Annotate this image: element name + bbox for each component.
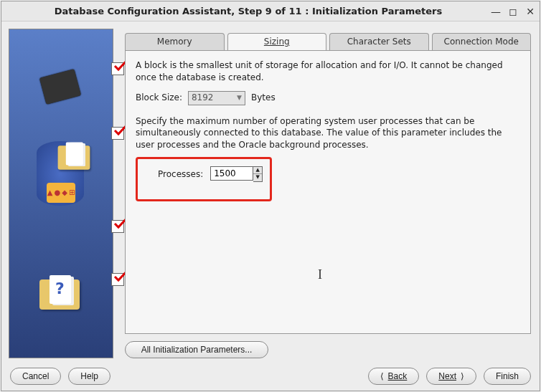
tab-sizing[interactable]: Sizing [227, 33, 327, 50]
tab-memory[interactable]: Memory [125, 33, 225, 50]
tab-connection-mode[interactable]: Connection Mode [432, 33, 532, 50]
titlebar: Database Configuration Assistant, Step 9… [1, 1, 540, 21]
spinner-down-icon[interactable]: ▼ [253, 174, 262, 181]
window-controls: — ◻ ✕ [491, 6, 535, 17]
text-cursor-icon: I [318, 266, 322, 284]
cancel-button[interactable]: Cancel [10, 368, 61, 385]
footer-buttons: Cancel Help ⟨Back Next⟩ Finish [10, 368, 531, 385]
tab-character-sets[interactable]: Character Sets [329, 33, 429, 50]
sidebar-check-1 [111, 62, 124, 75]
chevron-down-icon: ▼ [237, 93, 242, 102]
window-title: Database Configuration Assistant, Step 9… [6, 6, 491, 16]
tabs-row: Memory Sizing Character Sets Connection … [119, 33, 531, 50]
app-window: Database Configuration Assistant, Step 9… [1, 1, 540, 391]
processes-spinner: ▲ ▼ [210, 166, 263, 182]
processes-highlight: Processes: ▲ ▼ [136, 157, 272, 201]
sidebar-step-help: ? [32, 268, 90, 318]
chevron-right-icon: ⟩ [461, 371, 464, 381]
back-button[interactable]: ⟨Back [368, 368, 420, 385]
next-button[interactable]: Next⟩ [426, 368, 476, 385]
finish-button[interactable]: Finish [484, 368, 531, 385]
all-init-params-button[interactable]: All Initialization Parameters... [125, 341, 268, 358]
spinner-up-icon[interactable]: ▲ [253, 167, 262, 174]
sidebar-step-database: ▲●◆⊞ [32, 147, 90, 233]
block-size-value: 8192 [192, 92, 214, 104]
processes-label: Processes: [158, 168, 203, 181]
tab-body-sizing: A block is the smallest unit of storage … [125, 50, 531, 334]
block-size-combo[interactable]: 8192 ▼ [188, 91, 245, 105]
sidebar-check-2 [111, 127, 124, 140]
right-panel: Memory Sizing Character Sets Connection … [119, 29, 531, 358]
sidebar-check-3 [111, 220, 124, 233]
minimize-icon[interactable]: — [491, 6, 501, 17]
processes-input[interactable] [210, 166, 253, 181]
content-area: ▲●◆⊞ ? Memory Sizing Character Sets Conn… [1, 21, 540, 391]
wizard-sidebar: ▲●◆⊞ ? [9, 29, 113, 358]
block-size-unit: Bytes [251, 92, 276, 104]
maximize-icon[interactable]: ◻ [508, 6, 518, 17]
sidebar-check-4 [111, 273, 124, 286]
help-button[interactable]: Help [68, 368, 110, 385]
block-size-description: A block is the smallest unit of storage … [136, 59, 520, 84]
processes-description: Specify the maximum number of operating … [136, 115, 520, 151]
chevron-left-icon: ⟨ [380, 371, 384, 381]
close-icon[interactable]: ✕ [525, 6, 535, 17]
block-size-label: Block Size: [136, 92, 182, 104]
sidebar-step-chip [32, 62, 90, 112]
